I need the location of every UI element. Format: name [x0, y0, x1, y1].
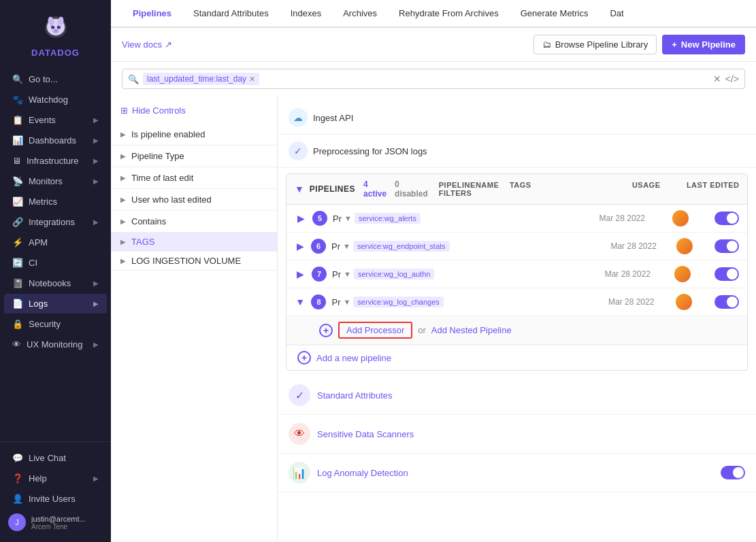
- add-processor-button[interactable]: Add Processor: [338, 322, 412, 339]
- filter-header-tags[interactable]: ▶ TAGS: [111, 233, 277, 251]
- filter-header-time-of-last-edit[interactable]: ▶ Time of last edit: [111, 167, 277, 188]
- pipeline-row-ingest-api: ☁ Ingest API: [278, 101, 756, 135]
- row-7-edited: Mar 28 2022: [605, 269, 669, 279]
- sidebar-item-invite-users[interactable]: 👤 Invite Users: [4, 489, 107, 509]
- search-input[interactable]: [263, 74, 709, 84]
- row-num-badge: 7: [312, 267, 327, 282]
- sidebar-item-metrics[interactable]: 📈 Metrics: [4, 192, 107, 211]
- or-text: or: [418, 325, 426, 335]
- sidebar-item-infrastructure[interactable]: 🖥 Infrastructure ▶: [4, 151, 107, 171]
- table-row: ▼ 8 Pr ▼ service:wg_log_changes Mar 28 2…: [286, 288, 747, 316]
- filter-header-is-pipeline-enabled[interactable]: ▶ Is pipeline enabled: [111, 124, 277, 145]
- sidebar-item-apm[interactable]: ⚡ APM: [4, 233, 107, 252]
- new-pipeline-button[interactable]: + New Pipeline: [662, 35, 745, 54]
- browse-pipeline-library-button[interactable]: 🗂 Browse Pipeline Library: [533, 35, 657, 54]
- user-row: J justin@arcemt... Arcem Tene: [0, 509, 111, 535]
- tab-standard-attributes[interactable]: Standard Attributes: [182, 0, 280, 28]
- chevron-right-icon: ▶: [120, 257, 126, 265]
- toggle-row-7[interactable]: [714, 267, 739, 281]
- sidebar-item-goto[interactable]: 🔍 Go to...: [4, 69, 107, 89]
- filter-user-who-last-edited: ▶ User who last edited: [111, 189, 277, 211]
- sidebar-item-help[interactable]: ❓ Help ▶: [4, 469, 107, 488]
- avatar: [676, 294, 692, 310]
- tab-archives[interactable]: Archives: [332, 0, 388, 28]
- disabled-count: 0 disabled: [395, 180, 428, 199]
- standard-attrs-link[interactable]: Standard Attributes: [317, 390, 745, 401]
- sidebar-bottom: 💬 Live Chat ❓ Help ▶ 👤 Invite Users J ju…: [0, 441, 111, 542]
- filter-is-pipeline-enabled: ▶ Is pipeline enabled: [111, 124, 277, 146]
- events-icon: 📋: [12, 115, 23, 125]
- filter-header-log-ingestion[interactable]: ▶ LOG INGESTION VOLUME: [111, 252, 277, 270]
- add-pipeline-plus-icon: +: [297, 351, 311, 365]
- watchdog-icon: 🐾: [12, 95, 23, 105]
- infrastructure-icon: 🖥: [12, 156, 21, 166]
- filter-contains: ▶ Contains: [111, 211, 277, 233]
- top-tabs: Pipelines Standard Attributes Indexes Ar…: [111, 0, 756, 28]
- content-body: ⊞ Hide Controls ▶ Is pipeline enabled ▶ …: [111, 96, 756, 542]
- tab-dat[interactable]: Dat: [599, 0, 634, 28]
- tab-generate-metrics[interactable]: Generate Metrics: [510, 0, 599, 28]
- log-anomaly-link[interactable]: Log Anomaly Detection: [317, 468, 714, 478]
- toggle-row-6[interactable]: [714, 239, 739, 253]
- code-view-button[interactable]: </>: [725, 73, 739, 84]
- filter-header-pipeline-type[interactable]: ▶ Pipeline Type: [111, 146, 277, 167]
- hide-controls-button[interactable]: ⊞ Hide Controls: [111, 101, 277, 120]
- add-new-pipeline-link[interactable]: Add a new pipeline: [316, 353, 391, 363]
- ingest-api-name: Ingest API: [313, 113, 745, 123]
- tab-rehydrate[interactable]: Rehydrate From Archives: [388, 0, 510, 28]
- sidebar-item-ux-monitoring[interactable]: 👁 UX Monitoring ▶: [4, 335, 107, 354]
- tab-indexes[interactable]: Indexes: [280, 0, 333, 28]
- tab-pipelines[interactable]: Pipelines: [122, 0, 182, 28]
- ci-icon: 🔄: [12, 258, 23, 268]
- view-docs-link[interactable]: View docs ↗: [122, 39, 172, 50]
- row-8-name: Pr: [331, 297, 340, 307]
- logs-icon: 📄: [12, 299, 23, 309]
- filter-icon: ▼: [344, 270, 351, 278]
- sidebar-item-watchdog[interactable]: 🐾 Watchdog: [4, 90, 107, 109]
- toggle-row-8[interactable]: [714, 295, 739, 309]
- sidebar-item-ci[interactable]: 🔄 CI: [4, 253, 107, 273]
- sensitive-data-link[interactable]: Sensitive Data Scanners: [317, 429, 745, 439]
- expand-row-7-button[interactable]: ▶: [295, 267, 306, 281]
- sidebar-item-events[interactable]: 📋 Events ▶: [4, 110, 107, 130]
- col-tags-header: TAGS: [510, 181, 632, 197]
- sidebar-item-integrations[interactable]: 🔗 Integrations ▶: [4, 212, 107, 232]
- sidebar-item-dashboards[interactable]: 📊 Dashboards ▶: [4, 131, 107, 150]
- row-5-name: Pr: [333, 214, 342, 224]
- cloud-icon: ☁: [289, 108, 308, 127]
- expand-row-6-button[interactable]: ▶: [295, 239, 306, 253]
- sidebar-item-live-chat[interactable]: 💬 Live Chat: [4, 448, 107, 468]
- expand-row-8-button[interactable]: ▼: [295, 295, 306, 309]
- expand-row-5-button[interactable]: ▶: [295, 211, 307, 225]
- sidebar-item-monitors[interactable]: 📡 Monitors ▶: [4, 171, 107, 191]
- chevron-icon: ▶: [120, 152, 126, 160]
- col-name-header: NAME: [476, 181, 510, 197]
- toggle-row-5[interactable]: [714, 211, 739, 225]
- avatar: [672, 210, 689, 226]
- check-icon: ✓: [289, 141, 308, 160]
- user-subtitle: Arcem Tene: [31, 523, 86, 530]
- live-chat-icon: 💬: [12, 453, 23, 463]
- add-nested-pipeline-button[interactable]: Add Nested Pipeline: [431, 323, 512, 337]
- search-tag-clear[interactable]: ✕: [249, 75, 255, 84]
- pipeline-row-preprocessing: ✓ Preprocessing for JSON logs: [278, 135, 756, 168]
- filter-header-contains[interactable]: ▶ Contains: [111, 211, 277, 232]
- clear-search-button[interactable]: ✕: [713, 73, 721, 84]
- sidebar-item-notebooks[interactable]: 📓 Notebooks ▶: [4, 273, 107, 293]
- preprocessing-name: Preprocessing for JSON logs: [313, 146, 745, 156]
- metrics-icon: 📈: [12, 197, 23, 207]
- brand-label: DATADOG: [31, 48, 80, 58]
- col-usage-header: USAGE: [632, 181, 687, 197]
- logo-area: DATADOG: [0, 0, 111, 65]
- sidebar-item-security[interactable]: 🔒 Security: [4, 314, 107, 334]
- sidebar-item-logs[interactable]: 📄 Logs ▶: [4, 294, 107, 314]
- toggle-log-anomaly[interactable]: [721, 466, 745, 479]
- svg-point-6: [56, 25, 60, 29]
- filter-header-user-last-edited[interactable]: ▶ User who last edited: [111, 189, 277, 210]
- row-num-badge: 5: [312, 211, 327, 226]
- collapse-pipelines-button[interactable]: ▼: [295, 182, 304, 196]
- main-content: Pipelines Standard Attributes Indexes Ar…: [111, 0, 756, 542]
- table-row: ▶ 7 Pr ▼ service:wg_log_authn Mar 28 202…: [286, 260, 747, 288]
- chevron-right-icon: ▶: [120, 238, 126, 245]
- hide-controls-icon: ⊞: [120, 105, 128, 116]
